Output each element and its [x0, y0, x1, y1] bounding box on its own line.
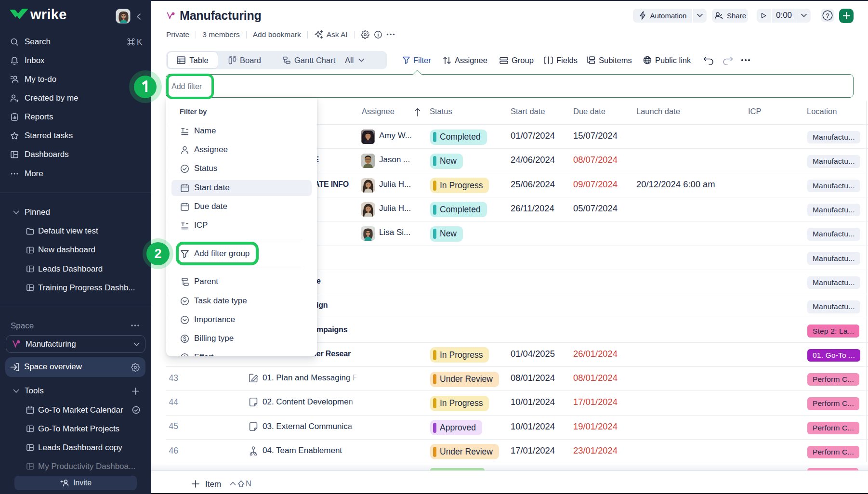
svg-text:K: K: [137, 38, 142, 46]
svg-text:wrike: wrike: [30, 8, 67, 22]
svg-text:?: ?: [826, 12, 829, 19]
